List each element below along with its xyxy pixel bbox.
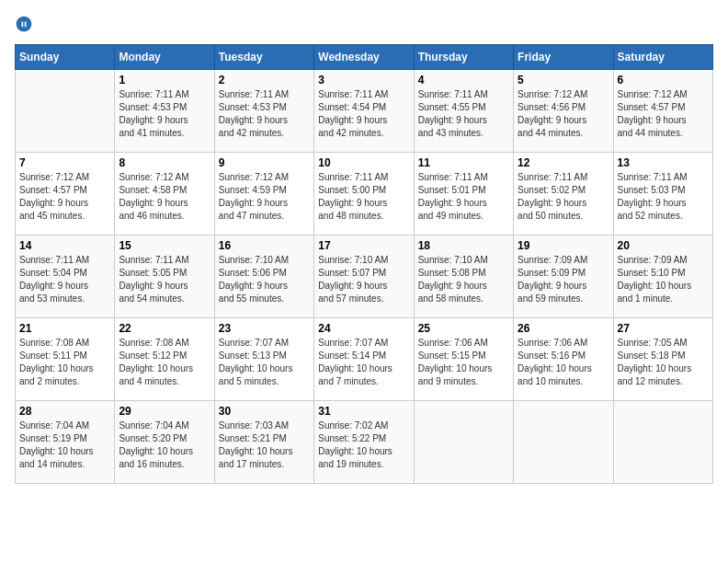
calendar-cell: 25Sunrise: 7:06 AM Sunset: 5:15 PM Dayli… [414,318,513,401]
logo-icon [15,15,33,33]
day-info: Sunrise: 7:11 AM Sunset: 5:01 PM Dayligh… [418,171,509,223]
day-info: Sunrise: 7:12 AM Sunset: 4:57 PM Dayligh… [19,171,110,223]
calendar-cell: 22Sunrise: 7:08 AM Sunset: 5:12 PM Dayli… [115,318,214,401]
day-info: Sunrise: 7:10 AM Sunset: 5:07 PM Dayligh… [318,254,409,305]
day-info: Sunrise: 7:04 AM Sunset: 5:20 PM Dayligh… [119,419,210,471]
day-info: Sunrise: 7:08 AM Sunset: 5:12 PM Dayligh… [119,337,210,388]
day-number: 16 [219,239,310,252]
day-info: Sunrise: 7:11 AM Sunset: 4:55 PM Dayligh… [418,88,509,140]
day-info: Sunrise: 7:08 AM Sunset: 5:11 PM Dayligh… [19,337,110,388]
calendar-cell: 19Sunrise: 7:09 AM Sunset: 5:09 PM Dayli… [514,236,613,318]
day-number: 24 [318,322,409,335]
day-info: Sunrise: 7:12 AM Sunset: 4:59 PM Dayligh… [219,171,310,223]
calendar-cell: 14Sunrise: 7:11 AM Sunset: 5:04 PM Dayli… [16,236,115,318]
calendar-cell: 15Sunrise: 7:11 AM Sunset: 5:05 PM Dayli… [115,236,214,318]
calendar-cell: 1Sunrise: 7:11 AM Sunset: 4:53 PM Daylig… [115,70,214,153]
day-number: 6 [618,74,709,86]
calendar-cell: 23Sunrise: 7:07 AM Sunset: 5:13 PM Dayli… [214,318,313,401]
day-info: Sunrise: 7:07 AM Sunset: 5:14 PM Dayligh… [318,337,409,388]
week-row-3: 14Sunrise: 7:11 AM Sunset: 5:04 PM Dayli… [16,236,713,318]
day-info: Sunrise: 7:06 AM Sunset: 5:16 PM Dayligh… [518,337,609,388]
calendar-cell: 29Sunrise: 7:04 AM Sunset: 5:20 PM Dayli… [115,401,214,484]
col-header-tuesday: Tuesday [214,45,313,70]
day-number: 28 [19,405,110,418]
calendar-cell: 27Sunrise: 7:05 AM Sunset: 5:18 PM Dayli… [613,318,712,401]
day-info: Sunrise: 7:09 AM Sunset: 5:09 PM Dayligh… [518,254,609,305]
calendar-cell [514,401,613,484]
day-info: Sunrise: 7:10 AM Sunset: 5:08 PM Dayligh… [418,254,509,305]
calendar-cell: 12Sunrise: 7:11 AM Sunset: 5:02 PM Dayli… [514,153,613,236]
calendar-cell: 28Sunrise: 7:04 AM Sunset: 5:19 PM Dayli… [16,401,115,484]
day-number: 25 [418,322,509,335]
day-info: Sunrise: 7:11 AM Sunset: 4:53 PM Dayligh… [119,88,210,140]
day-number: 27 [618,322,709,335]
week-row-4: 21Sunrise: 7:08 AM Sunset: 5:11 PM Dayli… [16,318,713,401]
day-number: 13 [618,156,709,169]
col-header-monday: Monday [115,45,214,70]
day-number: 12 [518,156,609,169]
day-number: 30 [219,405,310,418]
calendar-cell: 6Sunrise: 7:12 AM Sunset: 4:57 PM Daylig… [613,70,712,153]
day-info: Sunrise: 7:04 AM Sunset: 5:19 PM Dayligh… [19,419,110,471]
day-number: 26 [518,322,609,335]
day-number: 9 [219,156,310,169]
calendar-cell: 2Sunrise: 7:11 AM Sunset: 4:53 PM Daylig… [214,70,313,153]
calendar-cell: 13Sunrise: 7:11 AM Sunset: 5:03 PM Dayli… [613,153,712,236]
calendar-cell: 20Sunrise: 7:09 AM Sunset: 5:10 PM Dayli… [613,236,712,318]
calendar-table: SundayMondayTuesdayWednesdayThursdayFrid… [15,44,713,484]
calendar-cell: 10Sunrise: 7:11 AM Sunset: 5:00 PM Dayli… [314,153,414,236]
calendar-cell: 11Sunrise: 7:11 AM Sunset: 5:01 PM Dayli… [414,153,513,236]
calendar-cell: 26Sunrise: 7:06 AM Sunset: 5:16 PM Dayli… [514,318,613,401]
day-number: 7 [19,156,110,169]
calendar-cell: 31Sunrise: 7:02 AM Sunset: 5:22 PM Dayli… [314,401,414,484]
page-header [15,15,713,33]
week-row-2: 7Sunrise: 7:12 AM Sunset: 4:57 PM Daylig… [16,153,713,236]
col-header-friday: Friday [514,45,613,70]
day-info: Sunrise: 7:11 AM Sunset: 5:00 PM Dayligh… [318,171,409,223]
day-info: Sunrise: 7:09 AM Sunset: 5:10 PM Dayligh… [618,254,709,305]
calendar-cell: 3Sunrise: 7:11 AM Sunset: 4:54 PM Daylig… [314,70,414,153]
calendar-cell [414,401,513,484]
day-number: 19 [518,239,609,252]
day-number: 17 [318,239,409,252]
calendar-cell: 30Sunrise: 7:03 AM Sunset: 5:21 PM Dayli… [214,401,313,484]
day-info: Sunrise: 7:12 AM Sunset: 4:57 PM Dayligh… [618,88,709,140]
day-info: Sunrise: 7:11 AM Sunset: 4:54 PM Dayligh… [318,88,409,140]
day-number: 15 [119,239,210,252]
day-number: 18 [418,239,509,252]
logo [15,15,37,33]
calendar-cell: 24Sunrise: 7:07 AM Sunset: 5:14 PM Dayli… [314,318,414,401]
col-header-saturday: Saturday [613,45,712,70]
calendar-cell: 17Sunrise: 7:10 AM Sunset: 5:07 PM Dayli… [314,236,414,318]
day-number: 11 [418,156,509,169]
day-number: 2 [219,74,310,86]
calendar-cell: 21Sunrise: 7:08 AM Sunset: 5:11 PM Dayli… [16,318,115,401]
day-info: Sunrise: 7:02 AM Sunset: 5:22 PM Dayligh… [318,419,409,471]
calendar-cell: 8Sunrise: 7:12 AM Sunset: 4:58 PM Daylig… [115,153,214,236]
column-headers: SundayMondayTuesdayWednesdayThursdayFrid… [16,45,713,70]
calendar-cell: 9Sunrise: 7:12 AM Sunset: 4:59 PM Daylig… [214,153,313,236]
day-info: Sunrise: 7:12 AM Sunset: 4:56 PM Dayligh… [518,88,609,140]
day-number: 31 [318,405,409,418]
calendar-cell: 7Sunrise: 7:12 AM Sunset: 4:57 PM Daylig… [16,153,115,236]
day-number: 10 [318,156,409,169]
day-number: 29 [119,405,210,418]
day-number: 8 [119,156,210,169]
day-info: Sunrise: 7:03 AM Sunset: 5:21 PM Dayligh… [219,419,310,471]
day-number: 14 [19,239,110,252]
day-number: 21 [19,322,110,335]
week-row-5: 28Sunrise: 7:04 AM Sunset: 5:19 PM Dayli… [16,401,713,484]
calendar-cell [16,70,115,153]
day-info: Sunrise: 7:12 AM Sunset: 4:58 PM Dayligh… [119,171,210,223]
day-number: 20 [618,239,709,252]
day-info: Sunrise: 7:07 AM Sunset: 5:13 PM Dayligh… [219,337,310,388]
day-info: Sunrise: 7:11 AM Sunset: 5:05 PM Dayligh… [119,254,210,305]
day-number: 22 [119,322,210,335]
calendar-cell: 16Sunrise: 7:10 AM Sunset: 5:06 PM Dayli… [214,236,313,318]
calendar-cell: 4Sunrise: 7:11 AM Sunset: 4:55 PM Daylig… [414,70,513,153]
day-number: 3 [318,74,409,86]
day-number: 1 [119,74,210,86]
col-header-thursday: Thursday [414,45,513,70]
col-header-wednesday: Wednesday [314,45,414,70]
day-info: Sunrise: 7:11 AM Sunset: 5:03 PM Dayligh… [618,171,709,223]
